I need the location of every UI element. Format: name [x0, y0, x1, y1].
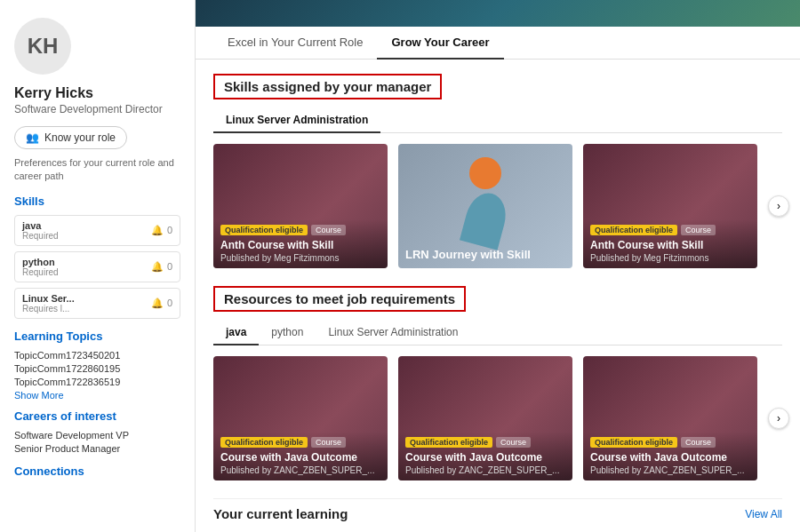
badge-course-0: Course — [311, 225, 346, 235]
main-content: Excel in Your Current Role Grow Your Car… — [196, 0, 800, 532]
res-card-badges-2: Qualification eligible Course — [590, 437, 750, 448]
view-all-button[interactable]: View All — [745, 508, 782, 520]
card-subtitle-2: Published by Meg Fitzimmons — [590, 253, 750, 263]
skills-cards-row: Qualification eligible Course Anth Cours… — [213, 144, 782, 268]
learning-topics-section: Learning Topics TopicComm1723450201 Topi… — [14, 330, 180, 401]
sub-tab-java[interactable]: java — [213, 321, 259, 345]
skill-item-python[interactable]: python Required 🔔 0 — [14, 251, 180, 282]
res-card-title-1: Course with Java Outcome — [405, 451, 565, 464]
res-badge-course-2: Course — [681, 437, 716, 448]
res-badge-qualification-1: Qualification eligible — [405, 437, 492, 448]
resources-cards-row: Qualification eligible Course Course wit… — [213, 356, 782, 480]
user-name: Kerry Hicks — [14, 85, 180, 101]
current-learning-section: Your current learning View All — [213, 498, 782, 521]
tab-excel-current-role[interactable]: Excel in Your Current Role — [213, 27, 377, 60]
res-card-overlay-1: Qualification eligible Course Course wit… — [398, 432, 572, 480]
skill-item-java[interactable]: java Required 🔔 0 — [14, 215, 180, 246]
skills-list: java Required 🔔 0 python Required 🔔 0 Li… — [14, 215, 180, 319]
res-card-badges-1: Qualification eligible Course — [405, 437, 565, 448]
card-title-2: Anth Course with Skill — [590, 239, 750, 251]
card-title-1: LRN Journey with Skill — [405, 248, 531, 261]
topic-item-1[interactable]: TopicComm1722860195 — [14, 363, 180, 374]
skill-name-linux: Linux Ser... — [22, 293, 75, 304]
res-card-subtitle-1: Published by ZANC_ZBEN_SUPER_... — [405, 465, 565, 475]
skill-item-linux[interactable]: Linux Ser... Requires l... 🔔 0 — [14, 288, 180, 319]
sidebar: KH Kerry Hicks Software Development Dire… — [0, 0, 196, 532]
resources-heading: Resources to meet job requirements — [213, 286, 466, 312]
sub-tab-linux-admin[interactable]: Linux Server Administration — [316, 321, 470, 345]
skill-count-linux: 0 — [167, 298, 172, 308]
know-role-label: Know your role — [44, 131, 116, 144]
main-tabs: Excel in Your Current Role Grow Your Car… — [196, 27, 800, 60]
badge-qualification-0: Qualification eligible — [220, 225, 308, 235]
scroll-right-arrow-skills[interactable]: › — [768, 195, 789, 217]
bell-icon-linux: 🔔 — [151, 298, 164, 309]
current-learning-title: Your current learning — [213, 506, 348, 521]
card-subtitle-0: Published by Meg Fitzimmons — [220, 253, 380, 263]
skills-assigned-heading: Skills assigned by your manager — [213, 74, 442, 99]
card-badges-2: Qualification eligible Course — [590, 225, 750, 235]
skill-count-java: 0 — [167, 225, 172, 235]
skills-assigned-section: Skills assigned by your manager Linux Se… — [213, 74, 782, 268]
content-area: Skills assigned by your manager Linux Se… — [196, 60, 800, 532]
res-card-subtitle-2: Published by ZANC_ZBEN_SUPER_... — [590, 465, 750, 475]
skill-card-1[interactable]: LRN Journey with Skill — [398, 144, 572, 268]
res-card-badges-0: Qualification eligible Course — [220, 437, 380, 448]
scroll-right-arrow-resources[interactable]: › — [768, 408, 789, 429]
skill-card-2[interactable]: Qualification eligible Course Anth Cours… — [583, 144, 757, 268]
know-role-button[interactable]: 👥 Know your role — [14, 126, 127, 149]
preferences-text: Preferences for your current role and ca… — [14, 156, 180, 184]
card-overlay-2: Qualification eligible Course Anth Cours… — [583, 219, 757, 268]
resource-card-2[interactable]: Qualification eligible Course Course wit… — [583, 356, 757, 480]
res-badge-course-0: Course — [311, 437, 346, 448]
topic-item-0[interactable]: TopicComm1723450201 — [14, 350, 180, 361]
skills-sub-tabs: Linux Server Administration — [213, 108, 782, 133]
tab-grow-career[interactable]: Grow Your Career — [377, 27, 503, 60]
skill-status-linux: Requires l... — [22, 304, 75, 314]
res-card-subtitle-0: Published by ZANC_ZBEN_SUPER_... — [220, 465, 380, 475]
skill-status-java: Required — [22, 231, 59, 241]
skill-status-python: Required — [22, 267, 59, 277]
card-overlay-0: Qualification eligible Course Anth Cours… — [213, 219, 388, 268]
res-badge-qualification-2: Qualification eligible — [590, 437, 677, 448]
card-badges-0: Qualification eligible Course — [220, 225, 380, 235]
badge-qualification-2: Qualification eligible — [590, 225, 677, 235]
careers-label: Careers of interest — [14, 409, 180, 423]
res-card-title-0: Course with Java Outcome — [220, 451, 380, 464]
avatar: KH — [14, 18, 71, 75]
skills-label: Skills — [14, 195, 180, 208]
skill-name-java: java — [22, 220, 59, 231]
top-banner — [196, 0, 800, 27]
show-more-button[interactable]: Show More — [14, 390, 180, 401]
career-item-1[interactable]: Senior Product Manager — [14, 443, 180, 454]
bell-icon: 🔔 — [151, 225, 164, 236]
res-badge-qualification-0: Qualification eligible — [220, 437, 308, 448]
people-icon: 👥 — [26, 131, 39, 144]
sub-tab-linux[interactable]: Linux Server Administration — [213, 108, 380, 133]
skill-card-0[interactable]: Qualification eligible Course Anth Cours… — [213, 144, 388, 268]
sub-tab-python[interactable]: python — [259, 321, 316, 345]
badge-course-2: Course — [681, 225, 716, 235]
topic-item-2[interactable]: TopicComm1722836519 — [14, 377, 180, 387]
connections-label: Connections — [14, 465, 180, 478]
resources-sub-tabs: java python Linux Server Administration — [213, 321, 782, 345]
res-card-overlay-0: Qualification eligible Course Course wit… — [213, 432, 388, 480]
resource-card-1[interactable]: Qualification eligible Course Course wit… — [398, 356, 572, 480]
card-title-0: Anth Course with Skill — [220, 239, 380, 251]
learning-topics-label: Learning Topics — [14, 330, 180, 343]
resource-card-0[interactable]: Qualification eligible Course Course wit… — [213, 356, 388, 480]
res-badge-course-1: Course — [496, 437, 531, 448]
skill-name-python: python — [22, 257, 59, 267]
res-card-overlay-2: Qualification eligible Course Course wit… — [583, 432, 757, 480]
res-card-title-2: Course with Java Outcome — [590, 451, 750, 464]
careers-section: Careers of interest Software Development… — [14, 409, 180, 454]
user-title: Software Development Director — [14, 103, 180, 115]
career-item-0[interactable]: Software Development VP — [14, 430, 180, 441]
resources-section: Resources to meet job requirements java … — [213, 286, 782, 480]
bell-icon-python: 🔔 — [151, 261, 164, 273]
skill-count-python: 0 — [167, 261, 172, 272]
